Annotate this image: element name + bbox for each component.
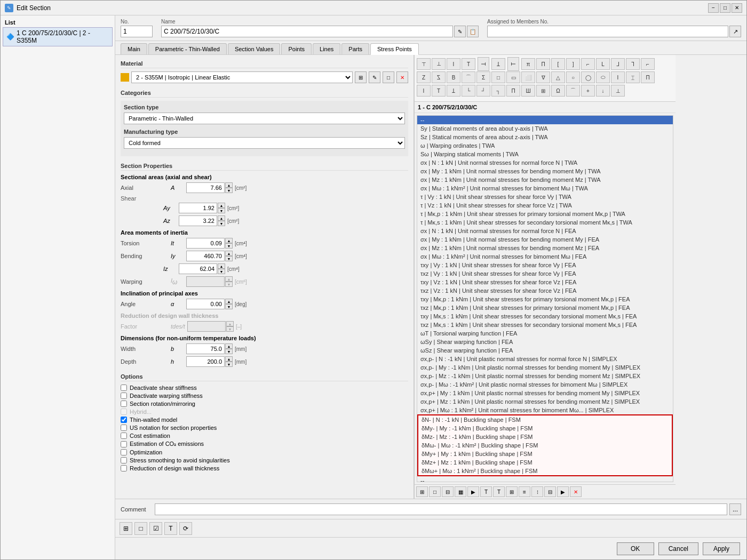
list-item[interactable]: σx,p- | My : -1 kNm | Unit plastic norma… [417,363,673,372]
it-up[interactable]: ▲ [225,238,233,243]
alpha-input[interactable] [186,299,225,309]
list-area[interactable]: --Sy | Statical moments of area about y-… [417,115,673,482]
list-item[interactable]: σx,p+ | Mz : 1 kNm | Unit plastic normal… [417,397,673,406]
list-item[interactable]: τ | Vz : 1 kN | Unit shear stresses for … [417,201,673,210]
list-tb-x[interactable]: ✕ [570,486,582,497]
comment-input[interactable] [155,503,727,515]
iw-up[interactable]: ▲ [225,276,233,282]
shape-I2[interactable]: ⊤ [432,58,446,70]
shape-L7[interactable]: ┐ [491,85,505,97]
iz-down[interactable]: ▼ [218,269,225,274]
list-item[interactable]: σx,p- | Mω : -1 kNm² | Unit plastic norm… [417,380,673,389]
assigned-input[interactable] [487,26,728,37]
shape-T4[interactable]: T [507,57,519,71]
az-up[interactable]: ▲ [218,215,225,221]
shape-Plus[interactable]: + [581,85,595,97]
shape-Omega1[interactable]: Ω [551,85,565,97]
close-button[interactable]: ✕ [732,3,742,13]
list-item[interactable]: τxz | Mκ,s : 1 kNm | Unit shear stresses… [417,321,673,329]
list-item[interactable]: σx,p- | N : -1 kN | Unit plastic normal … [417,355,673,363]
list-item[interactable]: σx | My : 1 kNm | Unit normal stresses f… [417,235,673,244]
tab-main[interactable]: Main [121,43,147,54]
bottom-tb-grid[interactable]: ⊞ [120,522,132,535]
maximize-button[interactable]: □ [720,3,730,13]
it-input[interactable] [186,238,225,249]
reduction-wall-checkbox[interactable] [121,465,127,471]
thin-walled-checkbox[interactable] [121,417,127,423]
us-notation-checkbox[interactable] [121,425,127,431]
list-tb-chart[interactable]: ▦ [455,486,466,497]
shape-L2[interactable]: L [611,58,625,70]
shape-O3[interactable]: ⬭ [596,71,610,83]
shape-I3[interactable]: I [447,58,460,70]
list-item[interactable]: Sω | Warping statical moments | TWA [417,150,673,158]
shape-Rect[interactable]: □ [491,71,505,83]
list-tb-export[interactable]: ⊟ [442,486,454,497]
assigned-button[interactable]: ↗ [729,26,741,37]
iy-down[interactable]: ▼ [225,256,233,261]
list-tb-cols[interactable]: ⫶ [531,486,543,497]
optimization-checkbox[interactable] [121,449,127,455]
az-down[interactable]: ▼ [218,221,225,226]
hybrid-checkbox[interactable] [121,409,127,415]
shape-L4[interactable]: ⌐ [641,58,655,70]
material-table-button[interactable]: ⊞ [355,71,367,83]
list-item[interactable]: σx | Mω : 1 kNm² | Unit normal stresses … [417,252,673,261]
shape-L1[interactable]: L [596,58,610,70]
list-item[interactable]: -- [417,116,673,124]
list-tb-text1[interactable]: T [480,486,492,497]
ay-down[interactable]: ▼ [218,208,225,213]
name-input[interactable] [161,26,453,37]
bottom-tb-refresh[interactable]: ⟳ [179,522,192,535]
shape-Z2[interactable]: Z [432,71,446,83]
shape-T5[interactable]: T [432,85,446,97]
shape-L6[interactable]: ┘ [476,85,490,97]
shape-T7[interactable]: ⊥ [611,85,625,97]
iz-up[interactable]: ▲ [218,263,225,269]
list-item[interactable]: σx | N : 1 kN | Unit normal stresses for… [417,227,673,235]
list-item[interactable]: σx | Mω : 1 kNm² | Unit normal stresses … [417,184,673,193]
section-type-select[interactable]: Parametric - Thin-Walled [124,113,405,124]
list-item[interactable]: δMy- | My : -1 kNm | Buckling shape | FS… [418,424,672,433]
shape-Rect2[interactable]: ▭ [506,71,520,83]
az-input[interactable] [179,215,217,226]
shape-L3[interactable]: L [626,58,640,70]
tab-lines[interactable]: Lines [313,43,340,54]
list-item[interactable]: ωSz | Shear warping function | FEA [417,346,673,355]
no-input[interactable] [121,26,153,37]
list-item[interactable]: δMz- | Mz : -1 kNm | Buckling shape | FS… [418,433,672,441]
bottom-tb-rect[interactable]: □ [134,522,147,535]
list-item[interactable]: -- [417,476,673,482]
apply-button[interactable]: Apply [703,542,740,555]
bottom-tb-text[interactable]: T [164,522,177,535]
list-item[interactable]: Sy | Statical moments of area about y-ax… [417,124,673,133]
list-tb-grid[interactable]: ⊞ [416,486,428,497]
shape-C1[interactable]: [ [551,58,565,70]
shape-I6[interactable]: I [417,85,431,97]
list-item[interactable]: σx,p+ | My : 1 kNm | Unit plastic normal… [417,389,673,397]
list-tb-rows[interactable]: ≡ [519,486,530,497]
shape-T2[interactable]: T [478,57,489,71]
list-item[interactable]: σx | Mz : 1 kNm | Unit normal stresses f… [417,175,673,184]
tab-points[interactable]: Points [281,43,312,54]
shape-I4[interactable]: I [611,71,625,83]
list-tb-grid2[interactable]: ⊞ [506,486,518,497]
list-tb-arrow-r1[interactable]: ▶ [467,486,479,497]
stress-smoothing-checkbox[interactable] [121,457,127,463]
shape-Arc[interactable]: ⌒ [462,71,475,83]
list-tb-arrow-r2[interactable]: ▶ [557,486,569,497]
tdes-input[interactable] [187,321,226,332]
list-item[interactable]: τxy | Mκ,p : 1 kNm | Unit shear stresses… [417,295,673,303]
list-item[interactable]: δMz+ | Mz : 1 kNm | Buckling shape | FSM [418,458,672,467]
b-input[interactable] [186,343,225,354]
shape-Pi2[interactable]: Π [536,58,550,70]
list-item[interactable]: σx | My : 1 kNm | Unit normal stresses f… [417,167,673,175]
shape-V2[interactable]: △ [551,71,565,83]
shape-Pi6[interactable]: ⊞ [536,85,550,97]
h-input[interactable] [186,356,225,367]
tdes-up[interactable]: ▲ [226,321,234,326]
iw-input[interactable] [186,276,225,287]
a-input[interactable] [186,182,225,193]
shape-C2[interactable]: [ [566,58,580,70]
shape-I1[interactable]: ⊤ [417,58,431,70]
